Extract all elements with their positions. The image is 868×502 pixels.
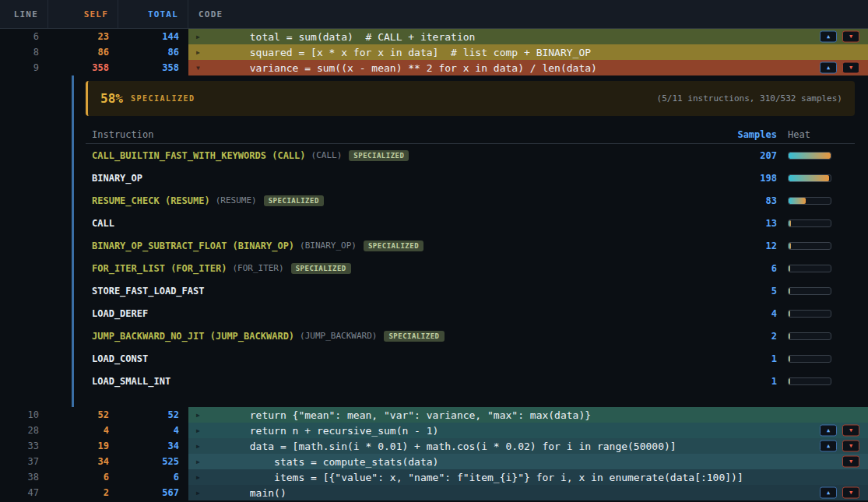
instruction-name-cell: BINARY_OP [92,173,715,184]
instruction-rows: CALL_BUILTIN_FAST_WITH_KEYWORDS (CALL)(C… [86,144,855,392]
base-instruction-hint: (BINARY_OP) [300,240,357,251]
instruction-row: LOAD_CONST1 [86,347,855,370]
expand-arrow-icon[interactable]: ▶ [196,458,207,465]
up-button[interactable]: ▲ [820,425,837,437]
code-row-line-10: 105252▶ return {"mean": mean, "var": var… [0,407,868,423]
expand-arrow-icon[interactable]: ▶ [196,33,207,40]
instruction-samples: 6 [715,263,777,274]
expand-arrow-icon[interactable]: ▶ [196,412,207,419]
line-number: 47 [0,485,48,500]
row-buttons: ▲▼ [820,31,859,43]
code-cell[interactable]: ▶ squared = [x * x for x in data] # list… [188,44,868,60]
code-row-line-37: 3734525▶ stats = compute_stats(data)▼ [0,454,868,469]
code-cell[interactable]: ▶ main()▲▼ [188,485,868,500]
heat-bar-fill [789,356,790,362]
instruction-name-cell: CALL [92,218,715,229]
instruction-row: RESUME_CHECK (RESUME)(RESUME)SPECIALIZED… [86,189,855,212]
self-samples: 19 [48,438,118,454]
code-cell[interactable]: ▶ return {"mean": mean, "var": variance,… [188,407,868,423]
code-row-line-33: 331934▶ data = [math.sin(i * 0.01) + mat… [0,438,868,454]
instruction-name-cell: STORE_FAST_LOAD_FAST [92,286,715,297]
instruction-row: BINARY_OP198 [86,167,855,189]
sample-stats: (5/11 instructions, 310/532 samples) [657,93,842,104]
down-button[interactable]: ▼ [842,31,859,43]
heat-bar [788,197,831,205]
base-instruction-hint: (CALL) [311,150,343,160]
total-samples: 358 [118,60,188,75]
total-samples: 525 [118,454,188,469]
instruction-row: FOR_ITER_LIST (FOR_ITER)(FOR_ITER)SPECIA… [86,257,855,279]
heat-cell [777,287,855,295]
instruction-samples: 83 [715,195,777,206]
expand-arrow-icon[interactable]: ▶ [196,490,207,497]
expand-arrow-icon[interactable]: ▶ [196,474,207,481]
self-samples: 34 [48,454,118,469]
code-cell[interactable]: ▶ stats = compute_stats(data)▼ [188,454,868,469]
code-cell[interactable]: ▼ variance = sum((x - mean) ** 2 for x i… [188,60,868,75]
up-button[interactable]: ▲ [820,487,837,499]
line-number: 28 [0,423,48,438]
instruction-samples: 12 [715,240,777,251]
code-cell[interactable]: ▶ return n + recursive_sum(n - 1)▲▼ [188,423,868,438]
header-total: TOTAL [118,0,188,28]
line-number: 33 [0,438,48,454]
profiler-app: LINE SELF TOTAL CODE 623144▶ total = sum… [0,0,868,500]
code-row-line-8: 88686▶ squared = [x * x for x in data] #… [0,44,868,60]
instruction-samples: 207 [715,150,777,161]
instruction-samples: 4 [715,308,777,319]
code-text: stats = compute_stats(data) [207,456,438,468]
self-samples: 23 [48,29,118,44]
up-button[interactable]: ▲ [820,62,837,74]
code-text: return n + recursive_sum(n - 1) [207,425,438,437]
self-samples: 2 [48,485,118,500]
code-text: data = [math.sin(i * 0.01) + math.cos(i … [207,441,676,452]
heat-bar-fill [789,311,790,317]
total-samples: 567 [118,485,188,500]
line-number: 10 [0,407,48,423]
up-button[interactable]: ▲ [820,31,837,43]
heat-cell [777,332,855,340]
heat-cell [777,265,855,272]
specialization-summary: 58% SPECIALIZED (5/11 instructions, 310/… [86,81,855,116]
code-cell[interactable]: ▶ total = sum(data) # CALL + iteration▲▼ [188,29,868,44]
heat-bar [788,242,831,250]
down-button[interactable]: ▼ [842,425,859,437]
collapse-arrow-icon[interactable]: ▼ [196,65,207,72]
instruction-name: LOAD_SMALL_INT [92,376,170,387]
specialized-badge: SPECIALIZED [291,263,351,274]
expand-arrow-icon[interactable]: ▶ [196,427,207,434]
code-text: return {"mean": mean, "var": variance, "… [207,409,591,421]
self-samples: 6 [48,469,118,485]
instruction-name-cell: CALL_BUILTIN_FAST_WITH_KEYWORDS (CALL)(C… [92,150,715,161]
header-line: LINE [0,0,48,28]
heat-bar-fill [789,220,791,226]
down-button[interactable]: ▼ [842,441,859,452]
base-instruction-hint: (RESUME) [216,195,257,205]
code-row-line-6: 623144▶ total = sum(data) # CALL + itera… [0,29,868,44]
code-cell[interactable]: ▶ items = [{"value": x, "name": f"item_{… [188,469,868,485]
instruction-samples: 2 [715,331,777,342]
base-instruction-hint: (FOR_ITER) [232,263,283,273]
instruction-name: RESUME_CHECK (RESUME) [92,195,210,206]
heat-bar [788,174,831,182]
down-button[interactable]: ▼ [842,62,859,74]
expand-arrow-icon[interactable]: ▶ [196,443,207,450]
down-button[interactable]: ▼ [842,456,859,468]
heat-cell [777,310,855,318]
instruction-table-header: Instruction Samples Heat [86,125,855,144]
row-buttons: ▲▼ [820,62,859,74]
heat-cell [777,197,855,205]
instruction-name-cell: LOAD_DEREF [92,308,715,319]
specialized-badge: SPECIALIZED [349,150,409,161]
code-cell[interactable]: ▶ data = [math.sin(i * 0.01) + math.cos(… [188,438,868,454]
heat-bar [788,265,831,272]
instruction-name-cell: RESUME_CHECK (RESUME)(RESUME)SPECIALIZED [92,195,715,206]
instruction-name-cell: LOAD_SMALL_INT [92,376,715,387]
instruction-name-cell: FOR_ITER_LIST (FOR_ITER)(FOR_ITER)SPECIA… [92,263,715,274]
header-instruction: Instruction [92,129,715,140]
up-button[interactable]: ▲ [820,441,837,452]
specialized-badge: SPECIALIZED [264,195,324,206]
expand-arrow-icon[interactable]: ▶ [196,49,207,56]
heat-bar-fill [789,378,790,384]
down-button[interactable]: ▼ [842,487,859,499]
